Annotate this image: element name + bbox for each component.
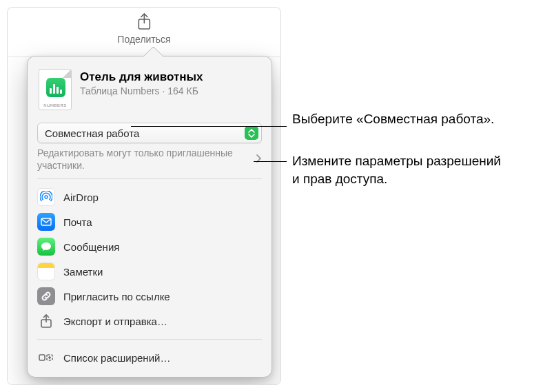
extensions-list-button[interactable]: Список расширений…	[32, 345, 267, 370]
svg-point-1	[45, 196, 48, 198]
share-popover: NUMBERS Отель для животных Таблица Numbe…	[27, 56, 272, 378]
share-item-export[interactable]: Экспорт и отправка…	[32, 309, 267, 333]
svg-rect-4	[39, 355, 45, 360]
share-button-label: Поделиться	[117, 34, 170, 45]
share-item-label: AirDrop	[63, 192, 99, 203]
share-icon	[135, 12, 153, 32]
extensions-icon	[37, 349, 55, 367]
document-header: NUMBERS Отель для животных Таблица Numbe…	[28, 66, 272, 118]
share-item-label: Пригласить по ссылке	[63, 291, 170, 302]
share-targets-list: AirDrop Почта Сообщения Зам	[28, 182, 272, 336]
divider	[37, 339, 262, 340]
document-title: Отель для животных	[80, 70, 203, 84]
share-item-label: Экспорт и отправка…	[63, 316, 167, 327]
permissions-row[interactable]: Редактировать могут только приглашенные …	[37, 147, 262, 172]
document-subtitle: Таблица Numbers · 164 КБ	[80, 85, 203, 96]
link-icon	[37, 287, 55, 305]
share-item-invite-link[interactable]: Пригласить по ссылке	[32, 284, 267, 309]
extensions-list-label: Список расширений…	[63, 352, 170, 364]
document-icon: NUMBERS	[39, 69, 72, 110]
callout-line	[131, 126, 287, 127]
share-item-label: Почта	[63, 216, 92, 228]
export-icon	[37, 312, 55, 330]
callout-line	[254, 161, 287, 162]
chevron-right-icon	[256, 154, 262, 166]
messages-icon	[37, 238, 55, 256]
mail-icon	[37, 213, 55, 231]
share-button[interactable]: Поделиться	[117, 12, 170, 45]
share-item-label: Заметки	[63, 266, 103, 278]
airdrop-icon	[37, 188, 55, 206]
permissions-text: Редактировать могут только приглашенные …	[37, 147, 250, 172]
share-item-notes[interactable]: Заметки	[32, 259, 267, 284]
updown-chevron-icon	[245, 126, 258, 140]
callout-select-collab: Выберите «Совместная работа».	[292, 110, 526, 128]
toolbar: Поделиться	[8, 8, 280, 57]
share-item-label: Сообщения	[63, 241, 119, 253]
notes-icon	[37, 262, 55, 280]
collaboration-mode-label: Совместная работа	[45, 127, 139, 139]
share-item-mail[interactable]: Почта	[32, 209, 267, 234]
callout-change-perms: Измените параметры разрешений и прав дос…	[292, 152, 526, 187]
divider	[37, 178, 262, 179]
share-item-airdrop[interactable]: AirDrop	[32, 185, 267, 209]
app-window: Поделиться NUMBERS Отель для животных Та…	[7, 7, 281, 385]
share-item-messages[interactable]: Сообщения	[32, 234, 267, 259]
